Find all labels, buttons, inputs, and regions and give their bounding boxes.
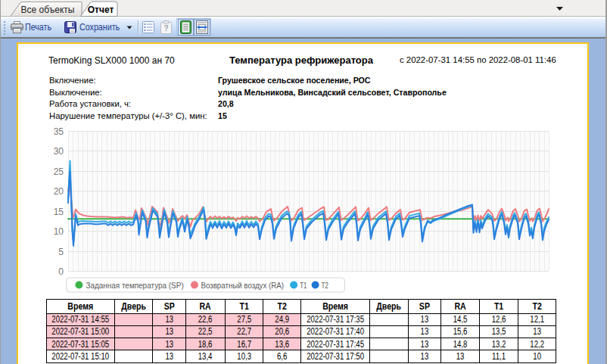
svg-text:Возвратный воздух (RA): Возвратный воздух (RA) — [201, 281, 285, 290]
svg-text:T1: T1 — [300, 281, 307, 290]
svg-text:T2: T2 — [322, 281, 328, 290]
svg-text:5: 5 — [58, 247, 64, 257]
svg-text:25: 25 — [54, 166, 64, 177]
svg-text:0: 0 — [58, 266, 64, 277]
svg-text:35: 35 — [54, 126, 64, 137]
svg-text:10: 10 — [54, 226, 64, 237]
svg-text:Заданная температура (SP): Заданная температура (SP) — [86, 281, 183, 290]
svg-text:30: 30 — [54, 146, 64, 157]
svg-text:15: 15 — [54, 207, 64, 217]
svg-text:20: 20 — [54, 186, 64, 197]
